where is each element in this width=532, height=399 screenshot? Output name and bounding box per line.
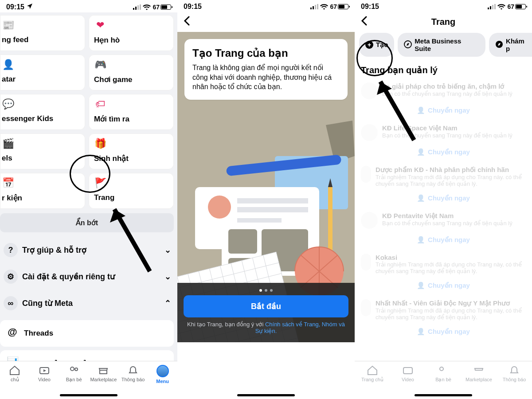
screenshot-menu: 09:15 67 📰ng feed ❤Hẹn hò 👤atar 🎮Chơi ga…	[0, 0, 177, 399]
svg-rect-51	[490, 6, 491, 9]
tab-notifications[interactable]: Thông báo	[497, 365, 532, 382]
svg-point-6	[75, 368, 78, 371]
battery-indicator: 67	[153, 4, 171, 11]
heart-icon: ❤	[94, 20, 106, 33]
video-icon	[402, 365, 414, 376]
bottom-tabbar: chủ Video Bạn bè Marketplace Thông báo M…	[0, 361, 177, 399]
svg-rect-22	[228, 229, 257, 254]
battery-indicator: 67	[507, 3, 526, 10]
bottom-tabbar: Trang chủ Video Bạn bè Marketplace Thông…	[355, 361, 532, 399]
dot-2	[265, 289, 267, 292]
from-meta-row[interactable]: ∞ Cũng từ Meta ⌃	[0, 290, 177, 317]
menu-tile-dating[interactable]: ❤Hẹn hò	[89, 15, 174, 51]
menu-tile-events[interactable]: 📅r kiện	[0, 173, 85, 209]
clock: 09:15	[6, 3, 24, 11]
start-button[interactable]: Bắt đầu	[184, 295, 348, 317]
menu-tile-messenger-kids[interactable]: 💬essenger Kids	[0, 94, 85, 130]
bell-icon	[127, 365, 139, 376]
tab-video[interactable]: Video	[30, 365, 59, 382]
avatar-menu-icon	[156, 365, 169, 377]
screenshot-create-page: 09:15 67 Tạo Trang của bạn Trang là khôn…	[177, 0, 355, 399]
tab-home[interactable]: Trang chủ	[355, 365, 390, 383]
tab-friends[interactable]: Bạn bè	[426, 365, 461, 383]
svg-rect-2	[137, 5, 139, 10]
dot-3	[270, 289, 273, 292]
terms-text: Khi tạo Trang, bạn đồng ý với Chính sách…	[184, 321, 348, 334]
cell-signal-icon	[133, 4, 141, 10]
tab-home[interactable]: chủ	[0, 365, 30, 383]
svg-rect-10	[317, 4, 318, 9]
menu-tile-discover[interactable]: 🏷Mới tìm ra	[89, 94, 174, 130]
cell-signal-icon	[310, 4, 318, 9]
wifi-icon	[320, 4, 328, 10]
svg-rect-0	[133, 8, 134, 10]
tab-friends[interactable]: Bạn bè	[59, 365, 89, 383]
store-icon	[473, 365, 485, 376]
cell-signal-icon	[488, 4, 496, 9]
page-title: Trang	[371, 17, 516, 27]
chevron-left-icon	[361, 16, 367, 26]
status-bar: 09:15 67	[177, 0, 355, 12]
pages-you-manage-heading: Trang bạn quản lý	[355, 59, 532, 78]
dot-1	[259, 289, 262, 292]
help-support-row[interactable]: ? Trợ giúp & hỗ trợ ⌄	[0, 237, 177, 263]
status-bar: 09:15 67	[0, 0, 177, 12]
menu-tile-avatar[interactable]: 👤atar	[0, 55, 85, 90]
wifi-icon	[143, 4, 151, 10]
menu-tile-feed[interactable]: 📰ng feed	[0, 15, 85, 51]
chevron-left-icon	[184, 16, 190, 26]
create-chip[interactable]: + Tạo	[359, 33, 394, 57]
svg-point-57	[440, 367, 443, 371]
avatar-icon: 👤	[2, 60, 14, 72]
discover-chip[interactable]: Khám p	[489, 33, 532, 57]
messenger-kids-icon: 💬	[2, 99, 14, 112]
back-button[interactable]	[361, 16, 367, 27]
help-icon: ?	[4, 243, 18, 257]
menu-tile-reels[interactable]: 🎬els	[0, 133, 85, 169]
chevron-down-icon: ⌄	[164, 272, 171, 282]
collapse-button[interactable]: Ẩn bớt	[0, 213, 174, 232]
terms-link[interactable]: Chính sách về Trang, Nhóm và Sự kiện.	[255, 321, 345, 334]
battery-indicator: 67	[330, 3, 348, 10]
menu-tile-gaming[interactable]: 🎮Chơi game	[89, 55, 174, 90]
svg-rect-56	[403, 368, 412, 374]
tab-marketplace[interactable]: Marketplace	[89, 365, 118, 382]
home-icon	[367, 365, 378, 376]
back-button[interactable]	[177, 12, 355, 32]
svg-point-17	[208, 196, 231, 219]
menu-tile-pages[interactable]: 🚩Trang	[89, 173, 174, 209]
tab-video[interactable]: Video	[390, 365, 426, 382]
svg-rect-52	[492, 5, 493, 9]
clock: 09:15	[184, 3, 202, 11]
threads-icon: @	[6, 327, 19, 340]
calendar-icon: 📅	[2, 178, 14, 191]
friends-icon	[68, 365, 80, 376]
bell-icon	[509, 365, 520, 376]
business-suite-chip[interactable]: Meta Business Suite	[398, 33, 485, 57]
cta-bar: Bắt đầu Khi tạo Trang, bạn đồng ý với Ch…	[177, 283, 355, 342]
tab-marketplace[interactable]: Marketplace	[461, 365, 497, 382]
settings-privacy-row[interactable]: ⚙ Cài đặt & quyền riêng tư ⌄	[0, 263, 177, 290]
svg-rect-50	[488, 8, 489, 9]
menu-shortcuts-grid: 📰ng feed ❤Hẹn hò 👤atar 🎮Chơi game 💬essen…	[0, 15, 177, 209]
three-screenshots: 09:15 67 📰ng feed ❤Hẹn hò 👤atar 🎮Chơi ga…	[0, 0, 532, 399]
home-icon	[9, 365, 20, 376]
page-indicator-dots	[184, 289, 348, 292]
dim-overlay	[355, 78, 532, 399]
svg-rect-53	[494, 4, 496, 9]
screenshot-pages-list: 09:15 67 Trang + Tạo Meta Business Suite	[355, 0, 532, 399]
gear-icon: ⚙	[4, 270, 18, 284]
gift-icon: 🎁	[94, 139, 106, 151]
meta-icon: ∞	[4, 296, 18, 310]
tag-icon: 🏷	[94, 99, 106, 112]
video-icon	[39, 365, 50, 376]
pages-header: Trang	[355, 12, 532, 30]
home-indicator	[237, 394, 295, 396]
tab-notifications[interactable]: Thông báo	[118, 365, 148, 382]
clock: 09:15	[361, 3, 379, 11]
tab-menu[interactable]: Menu	[148, 365, 177, 384]
threads-link[interactable]: @ Threads	[0, 320, 174, 347]
compass-icon	[404, 40, 412, 50]
menu-tile-birthday[interactable]: 🎁Sinh nhật	[89, 133, 174, 169]
feed-icon: 📰	[2, 20, 14, 33]
